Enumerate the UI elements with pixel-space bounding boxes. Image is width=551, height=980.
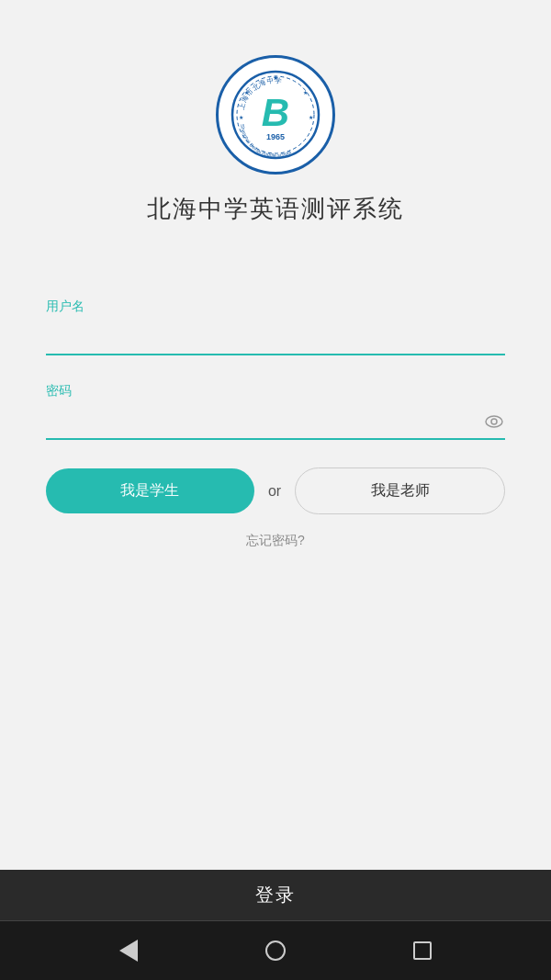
home-icon: [265, 941, 286, 961]
main-content: ★ ★ ★ ★ ★ 上海市北海中学 B 1965 Shanghai Beihai…: [0, 0, 551, 870]
password-wrapper: [46, 407, 505, 440]
svg-point-12: [491, 419, 497, 424]
form-section: 用户名 密码 我是学生 or 我是老师 忘记密码?: [46, 299, 505, 549]
username-label: 用户名: [46, 299, 505, 315]
eye-icon[interactable]: [483, 411, 505, 436]
svg-point-11: [486, 416, 502, 427]
login-buttons-row: 我是学生 or 我是老师: [46, 467, 505, 514]
recent-button[interactable]: [404, 932, 441, 969]
svg-text:1965: 1965: [266, 132, 285, 141]
password-group: 密码: [46, 383, 505, 440]
school-logo: ★ ★ ★ ★ ★ 上海市北海中学 B 1965 Shanghai Beihai…: [216, 55, 335, 175]
android-nav: [0, 921, 551, 980]
home-button[interactable]: [257, 932, 294, 969]
forgot-password-link[interactable]: 忘记密码?: [46, 533, 505, 549]
svg-text:★: ★: [309, 115, 313, 120]
logo-container: ★ ★ ★ ★ ★ 上海市北海中学 B 1965 Shanghai Beihai…: [147, 55, 404, 225]
svg-text:B: B: [262, 91, 289, 134]
recent-icon: [413, 941, 432, 960]
back-icon: [119, 940, 138, 962]
svg-text:★: ★: [239, 115, 243, 120]
app-title: 北海中学英语测评系统: [147, 193, 404, 225]
or-text: or: [264, 483, 286, 500]
student-login-button[interactable]: 我是学生: [46, 468, 254, 513]
login-bar[interactable]: 登录: [0, 870, 551, 921]
password-input[interactable]: [46, 407, 505, 440]
username-input[interactable]: [46, 322, 505, 355]
password-label: 密码: [46, 383, 505, 400]
login-bar-text: 登录: [255, 883, 296, 907]
back-button[interactable]: [110, 932, 147, 969]
username-group: 用户名: [46, 299, 505, 355]
bottom-nav: 登录: [0, 870, 551, 980]
teacher-login-button[interactable]: 我是老师: [295, 467, 505, 514]
svg-text:★: ★: [303, 90, 308, 96]
